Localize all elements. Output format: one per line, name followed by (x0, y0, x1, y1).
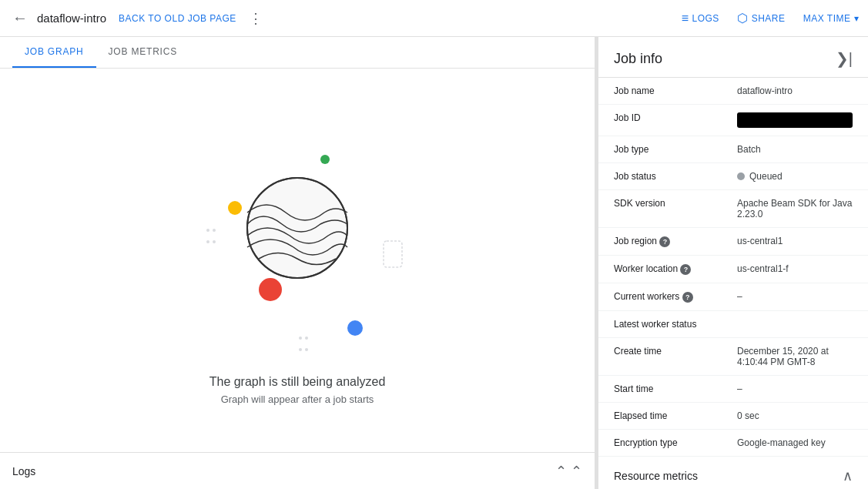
back-button[interactable]: ← (9, 6, 31, 30)
info-row-latest-worker-status: Latest worker status (598, 311, 868, 338)
dot-green (320, 155, 330, 164)
globe-svg (243, 174, 351, 282)
info-row-start-time: Start time – (598, 376, 868, 403)
info-row-current-workers: Current workers ? – (598, 283, 868, 311)
job-info-table: Job name dataflow-intro Job ID Job type … (598, 78, 868, 457)
logs-toggle-button[interactable]: ⌃ ⌃ (555, 463, 582, 480)
tab-bar: JOB GRAPH JOB METRICS (0, 37, 595, 69)
graph-message: The graph is still being analyzed Graph … (209, 375, 386, 405)
share-button[interactable]: ⬡ SHARE (737, 11, 785, 25)
main-layout: JOB GRAPH JOB METRICS (0, 37, 868, 489)
max-time-button[interactable]: MAX TIME ▾ (803, 13, 859, 24)
status-dot (737, 172, 745, 180)
status-label: Queued (749, 171, 783, 182)
graph-analyzing-sub: Graph will appear after a job starts (209, 394, 386, 405)
worker-location-help[interactable]: ? (680, 264, 691, 275)
collapse-panel-button[interactable]: ❯| (836, 49, 853, 68)
more-icon: ⋮ (249, 11, 263, 26)
logs-label: Logs (12, 465, 35, 477)
more-options-button[interactable]: ⋮ (243, 7, 269, 30)
logs-icon: ≡ (682, 12, 689, 25)
graph-area: The graph is still being analyzed Graph … (0, 69, 595, 452)
status-badge: Queued (737, 171, 853, 182)
resource-metrics-collapse-button[interactable]: ∧ (843, 467, 853, 484)
logs-bar: Logs ⌃ ⌃ (0, 452, 595, 489)
dot-blue (347, 320, 363, 336)
app-header: ← dataflow-intro BACK TO OLD JOB PAGE ⋮ … (0, 0, 868, 37)
info-row-worker-location: Worker location ? us-central1-f (598, 256, 868, 283)
back-arrow-icon: ← (12, 9, 28, 27)
info-row-create-time: Create time December 15, 2020 at 4:10:44… (598, 338, 868, 376)
dots-cluster-bottom (297, 332, 310, 355)
current-workers-help[interactable]: ? (682, 292, 693, 303)
job-info-header: Job info ❯| (598, 37, 868, 78)
share-icon: ⬡ (737, 11, 749, 25)
tab-job-graph[interactable]: JOB GRAPH (12, 37, 96, 68)
graph-analyzing-title: The graph is still being analyzed (209, 375, 386, 389)
chevron-up-icon: ⌃ (555, 464, 567, 479)
info-row-job-region: Job region ? us-central1 (598, 228, 868, 256)
left-panel: JOB GRAPH JOB METRICS (0, 37, 595, 489)
info-row-job-id: Job ID (598, 105, 868, 136)
info-row-job-status: Job status Queued (598, 163, 868, 190)
dot-yellow (228, 201, 242, 215)
job-id-redacted (737, 112, 853, 128)
chevron-up-icon-2: ⌃ (571, 464, 582, 479)
info-row-encryption-type: Encryption type Google-managed key (598, 430, 868, 457)
chevron-down-icon: ▾ (854, 13, 860, 24)
resource-metrics-title: Resource metrics (614, 470, 698, 482)
collapse-icon: ❯| (836, 50, 853, 67)
tab-job-metrics[interactable]: JOB METRICS (96, 37, 189, 68)
info-row-job-type: Job type Batch (598, 136, 868, 163)
resource-metrics-header: Resource metrics ∧ (598, 457, 868, 489)
svg-rect-0 (384, 241, 402, 267)
page-title: dataflow-intro (37, 12, 106, 25)
info-row-sdk-version: SDK version Apache Beam SDK for Java 2.2… (598, 190, 868, 228)
dots-cluster-right (382, 239, 405, 273)
job-region-help[interactable]: ? (659, 236, 670, 247)
back-to-old-job-button[interactable]: BACK TO OLD JOB PAGE (119, 13, 236, 24)
graph-illustration (182, 116, 413, 363)
logs-button[interactable]: ≡ LOGS (682, 12, 719, 25)
collapse-up-icon: ∧ (843, 468, 853, 484)
right-panel: Job info ❯| Job name dataflow-intro Job … (598, 37, 868, 489)
job-info-title: Job info (614, 51, 662, 67)
info-row-job-name: Job name dataflow-intro (598, 78, 868, 105)
info-row-elapsed-time: Elapsed time 0 sec (598, 403, 868, 430)
dots-cluster-left (205, 224, 217, 247)
